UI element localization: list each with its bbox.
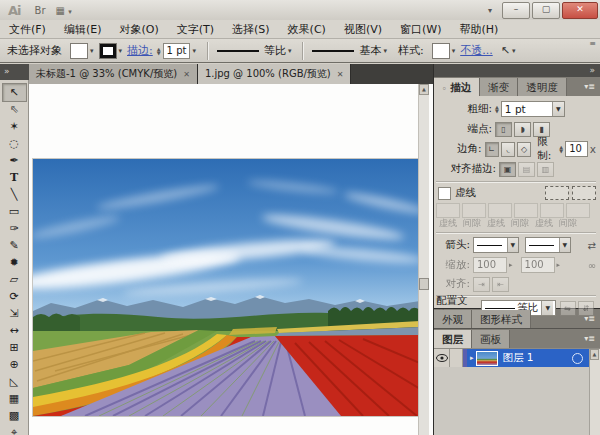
lock-toggle[interactable] xyxy=(450,349,463,367)
arrowhead-start-dropdown[interactable]: ▼ xyxy=(473,237,519,253)
scrollbar-thumb[interactable] xyxy=(419,278,429,290)
variable-width-value[interactable]: 等比 xyxy=(264,43,286,58)
join-bevel-button[interactable]: ◇ xyxy=(517,142,531,157)
stroke-swatch[interactable] xyxy=(99,43,117,59)
menu-edit[interactable]: 编辑(E) xyxy=(55,21,111,38)
flip-along-icon[interactable]: ⇋ xyxy=(560,301,576,316)
cap-butt-button[interactable]: ▯ xyxy=(495,122,512,137)
stroke-weight-stepper[interactable]: ▲▼ xyxy=(157,47,161,55)
weight-stepper[interactable]: ▲▼ xyxy=(495,105,499,113)
perspective-grid-tool[interactable]: ◺ xyxy=(3,374,26,391)
swap-arrowheads-icon[interactable]: ⇄ xyxy=(588,240,596,251)
style-swatch[interactable] xyxy=(432,43,450,59)
rotate-tool[interactable]: ⟳ xyxy=(3,289,26,306)
select-similar-icon[interactable]: ↖ xyxy=(501,44,510,57)
close-icon[interactable]: ✕ xyxy=(183,70,190,79)
stroke-weight-dropdown-icon[interactable]: ▾ xyxy=(192,47,196,55)
fill-dropdown-icon[interactable]: ▾ xyxy=(90,47,94,55)
arrow-scale-end[interactable]: 100 xyxy=(521,257,555,273)
blob-brush-tool[interactable]: ✹ xyxy=(3,255,26,272)
limit-value[interactable]: 10 xyxy=(565,141,588,157)
tab-graphic-styles[interactable]: 图形样式 xyxy=(472,310,531,328)
dock-collapse-icon[interactable]: » xyxy=(434,64,600,77)
paintbrush-tool[interactable]: ✑ xyxy=(3,221,26,238)
tab-gradient[interactable]: 渐变 xyxy=(480,78,518,96)
tab-layers[interactable]: 图层 xyxy=(434,330,472,348)
tab-artboards[interactable]: 画板 xyxy=(472,330,510,348)
control-panel-menu-icon[interactable]: ≡ xyxy=(589,39,596,48)
titlebar-caret-icon[interactable]: ▾ xyxy=(488,6,492,15)
scale-tool[interactable]: ⇲ xyxy=(3,306,26,323)
menu-effect[interactable]: 效果(C) xyxy=(279,21,335,38)
menu-file[interactable]: 文件(F) xyxy=(0,21,55,38)
opacity-link[interactable]: 不透... xyxy=(460,43,493,58)
brush-dropdown-icon[interactable]: ▾ xyxy=(383,47,387,55)
menu-help[interactable]: 帮助(H) xyxy=(450,21,507,38)
link-scale-icon[interactable]: ∞ xyxy=(588,260,596,271)
cap-round-button[interactable]: ◗ xyxy=(514,122,531,137)
bridge-icon[interactable]: Br xyxy=(35,5,46,16)
width-tool[interactable]: ↔ xyxy=(3,323,26,340)
align-center-button[interactable]: ▣ xyxy=(499,162,516,177)
mesh-tool[interactable]: ▦ xyxy=(3,391,26,408)
arrowhead-end-dropdown[interactable]: ▼ xyxy=(525,237,571,253)
dashed-line-checkbox[interactable] xyxy=(438,187,451,200)
arrow-align-end-button[interactable]: ⇤ xyxy=(492,277,509,292)
tab-appearance[interactable]: 外观 xyxy=(434,310,472,328)
select-similar-dropdown-icon[interactable]: ▾ xyxy=(512,47,516,55)
fill-swatch[interactable] xyxy=(70,43,88,59)
close-button[interactable]: ✕ xyxy=(562,2,598,19)
magic-wand-tool[interactable]: ✶ xyxy=(3,119,26,136)
type-tool[interactable]: T xyxy=(3,170,26,187)
tab-transparency[interactable]: 透明度 xyxy=(518,78,567,96)
direct-selection-tool[interactable]: ⇖ xyxy=(3,102,26,119)
canvas-area[interactable]: ▲ xyxy=(29,84,433,435)
stroke-dropdown-icon[interactable]: ▾ xyxy=(119,47,123,55)
line-segment-tool[interactable]: ╲ xyxy=(3,187,26,204)
maximize-button[interactable]: ▢ xyxy=(532,2,560,19)
rectangle-tool[interactable]: ▭ xyxy=(3,204,26,221)
style-dropdown-icon[interactable]: ▾ xyxy=(452,47,456,55)
workspace-icon[interactable]: ▦ ▾ xyxy=(56,5,72,16)
menu-window[interactable]: 窗口(W) xyxy=(391,21,450,38)
menu-view[interactable]: 视图(V) xyxy=(335,21,391,38)
free-transform-tool[interactable]: ⊞ xyxy=(3,340,26,357)
tab-untitled-1[interactable]: 未标题-1 @ 33% (CMYK/预览) ✕ xyxy=(29,64,198,84)
disclosure-triangle-icon[interactable]: ▸ xyxy=(470,354,474,362)
tab-stroke[interactable]: ◦ 描边 xyxy=(434,78,480,96)
pencil-tool[interactable]: ✎ xyxy=(3,238,26,255)
eraser-tool[interactable]: ▱ xyxy=(3,272,26,289)
flip-across-icon[interactable]: ⇵ xyxy=(578,301,594,316)
panel-menu-icon[interactable]: ▾≣ xyxy=(579,78,600,96)
dash-preset-2-button[interactable] xyxy=(572,186,596,200)
align-outside-button[interactable]: ▥ xyxy=(537,162,554,177)
tab-1jpg[interactable]: 1.jpg @ 100% (RGB/预览) ✕ xyxy=(198,64,352,84)
brush-definition-value[interactable]: 基本 xyxy=(359,43,381,58)
stroke-weight-value[interactable]: 1 pt xyxy=(163,43,191,59)
variable-width-dropdown-icon[interactable]: ▾ xyxy=(288,47,292,55)
selection-tool[interactable]: ↖ xyxy=(2,83,27,102)
limit-stepper[interactable]: ▲▼ xyxy=(559,145,563,153)
menu-type[interactable]: 文字(T) xyxy=(168,21,223,38)
menu-select[interactable]: 选择(S) xyxy=(223,21,279,38)
pen-tool[interactable]: ✒ xyxy=(3,153,26,170)
stroke-link[interactable]: 描边: xyxy=(127,43,153,58)
scroll-up-icon[interactable]: ▲ xyxy=(590,349,599,360)
join-miter-button[interactable]: ∟ xyxy=(485,142,499,157)
tooldock-collapse-icon[interactable]: » xyxy=(0,64,29,80)
layers-scrollbar[interactable]: ▲ xyxy=(589,349,600,435)
canvas-vertical-scrollbar[interactable]: ▲ xyxy=(418,84,429,435)
lasso-tool[interactable]: ◌ xyxy=(3,136,26,153)
layer-row[interactable]: ▸ 图层 1 xyxy=(434,349,589,367)
arrow-scale-start[interactable]: 100 xyxy=(473,257,507,273)
layer-name[interactable]: 图层 1 xyxy=(503,351,534,365)
arrow-align-tip-button[interactable]: ⇥ xyxy=(473,277,490,292)
join-round-button[interactable]: ◟ xyxy=(501,142,515,157)
shape-builder-tool[interactable]: ⊕ xyxy=(3,357,26,374)
align-inside-button[interactable]: ▤ xyxy=(518,162,535,177)
eyedropper-tool[interactable]: ⌖ xyxy=(3,425,26,435)
scroll-up-icon[interactable]: ▲ xyxy=(419,84,429,95)
layer-target-icon[interactable] xyxy=(572,353,583,364)
weight-dropdown[interactable]: 1 pt ▼ xyxy=(501,101,565,117)
visibility-toggle[interactable] xyxy=(434,349,450,367)
